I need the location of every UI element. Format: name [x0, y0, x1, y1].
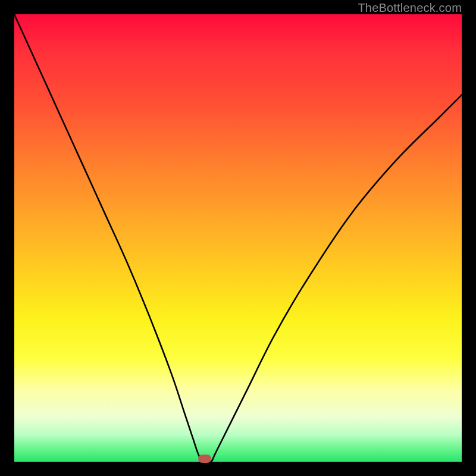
curve-svg	[14, 14, 462, 462]
minimum-marker	[198, 455, 211, 463]
chart-frame: TheBottleneck.com	[0, 0, 476, 476]
watermark-text: TheBottleneck.com	[358, 1, 462, 15]
plot-area	[14, 14, 462, 462]
curve-path	[14, 14, 462, 462]
